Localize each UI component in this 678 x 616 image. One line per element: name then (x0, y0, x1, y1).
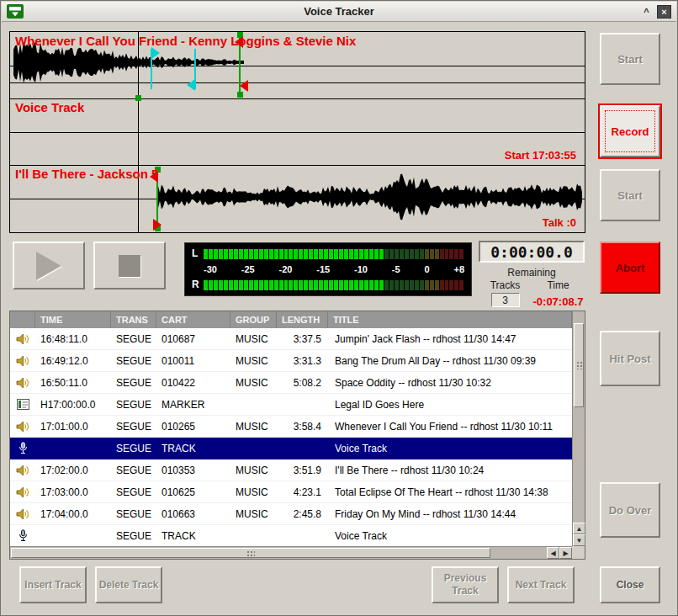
row-type-cell (10, 421, 35, 433)
log-list: TIME TRANS CART GROUP LENGTH TITLE 16:48… (9, 311, 585, 560)
horizontal-scrollbar-thumb[interactable] (11, 548, 490, 558)
row-group: MUSIC (230, 333, 277, 345)
hit-post-button[interactable]: Hit Post (600, 331, 660, 386)
table-row[interactable]: 17:03:00.0 SEGUE 010625 MUSIC 4:23.1 Tot… (10, 481, 572, 503)
header-group[interactable]: GROUP (230, 311, 277, 328)
horizontal-scrollbar[interactable]: ◀ ▶ (10, 546, 572, 559)
meter-scale-label: +8 (453, 264, 464, 275)
row-trans: SEGUE (111, 465, 156, 476)
meter-scale-label: -10 (354, 264, 368, 275)
row-trans: SEGUE (111, 486, 156, 498)
header-time[interactable]: TIME (35, 311, 111, 328)
stop-button[interactable] (93, 242, 166, 289)
scroll-up-icon[interactable]: ▲ (573, 523, 585, 534)
do-over-button[interactable]: Do Over (600, 482, 660, 538)
table-row[interactable]: 16:49:12.0 SEGUE 010011 MUSIC 3:31.3 Ban… (10, 350, 572, 372)
track-list-body: 16:48:11.0 SEGUE 010687 MUSIC 3:37.5 Jum… (10, 328, 572, 546)
marker-icon (17, 399, 29, 410)
window-title: Voice Tracker (2, 5, 676, 18)
vertical-scrollbar-thumb[interactable] (574, 323, 584, 407)
start-track1-button[interactable]: Start (600, 33, 660, 85)
row-type-cell (10, 508, 35, 520)
row-type-cell (10, 465, 35, 476)
row-time: 17:02:00.0 (35, 465, 111, 476)
row-title: Voice Track (328, 443, 572, 454)
header-cart[interactable]: CART (156, 311, 230, 328)
speaker-icon (16, 333, 30, 345)
remaining-tracks-label: Tracks (479, 279, 532, 291)
table-row[interactable]: SEGUE TRACK Voice Track (10, 438, 572, 459)
row-cart: 010663 (156, 508, 230, 520)
table-row[interactable]: 17:02:00.0 SEGUE 010353 MUSIC 3:51.9 I'l… (10, 459, 572, 481)
track2-start-time: Start 17:03:55 (505, 149, 576, 162)
record-button[interactable]: Record (600, 105, 660, 157)
vertical-scrollbar[interactable]: ▲ ▼ (572, 311, 585, 546)
header-title[interactable]: TITLE (328, 311, 572, 328)
row-cart: TRACK (156, 530, 230, 542)
abort-button[interactable]: Abort (600, 242, 660, 294)
scroll-down-icon[interactable]: ▼ (573, 534, 585, 546)
close-button[interactable]: Close (600, 566, 660, 603)
header-icon-col (10, 311, 35, 328)
meter-scale-label: -15 (316, 264, 330, 275)
row-type-cell (10, 442, 35, 454)
meter-right-segments (204, 280, 464, 290)
delete-track-button[interactable]: Delete Track (95, 566, 162, 603)
row-length: 4:23.1 (277, 486, 328, 498)
row-cart: 010625 (156, 486, 230, 498)
titlebar: Voice Tracker ^ × (2, 2, 676, 22)
row-time: H17:00:00.0 (35, 399, 111, 411)
row-cart: 010265 (156, 421, 230, 433)
row-trans: SEGUE (111, 399, 156, 411)
row-group: MUSIC (230, 355, 277, 367)
track2-title: Voice Track (15, 100, 84, 114)
next-track-button[interactable]: Next Track (507, 566, 575, 603)
row-type-cell (10, 355, 35, 367)
waveform-track3 (158, 174, 582, 220)
row-length: 3:58.4 (277, 421, 328, 433)
mic-icon (19, 529, 28, 542)
table-row[interactable]: SEGUE TRACK Voice Track (10, 525, 572, 546)
play-button[interactable] (13, 242, 85, 289)
scroll-left-icon[interactable]: ◀ (547, 547, 559, 559)
row-type-cell (10, 529, 35, 542)
row-length: 2:45.8 (277, 508, 328, 520)
start-track3-button[interactable]: Start (600, 169, 660, 221)
insert-track-button[interactable]: Insert Track (19, 566, 87, 603)
mic-icon (19, 442, 28, 454)
table-row[interactable]: 17:01:00.0 SEGUE 010265 MUSIC 3:58.4 Whe… (10, 416, 572, 438)
speaker-icon (16, 465, 30, 476)
table-row[interactable]: 17:04:00.0 SEGUE 010663 MUSIC 2:45.8 Fri… (10, 503, 572, 525)
row-title: Bang The Drum All Day -- rdhost 11/30 09… (328, 355, 572, 367)
meter-scale: -30 -25 -20 -15 -10 -5 0 +8 (204, 264, 464, 275)
row-group: MUSIC (230, 377, 277, 389)
row-title: I'll Be There -- rdhost 11/30 10:24 (328, 465, 572, 476)
meter-left-segments (204, 249, 464, 259)
row-time: 17:03:00.0 (35, 486, 111, 498)
speaker-icon (16, 486, 30, 498)
row-group: MUSIC (230, 508, 277, 520)
row-time: 17:04:00.0 (35, 508, 111, 520)
table-row[interactable]: H17:00:00.0 SEGUE MARKER Legal ID Goes H… (10, 394, 572, 416)
meter-scale-label: 0 (424, 264, 429, 275)
row-cart: TRACK (156, 443, 230, 454)
table-row[interactable]: 16:48:11.0 SEGUE 010687 MUSIC 3:37.5 Jum… (10, 328, 572, 350)
waveform-editor[interactable]: Whenever I Call You Friend - Kenny Loggi… (9, 31, 585, 233)
voice-tracker-window: Voice Tracker ^ × (0, 0, 678, 616)
meter-left-label: L (192, 248, 204, 259)
previous-track-button[interactable]: Previous Track (432, 566, 499, 603)
talk-markers (151, 47, 195, 91)
row-length: 5:08.2 (277, 377, 328, 389)
header-trans[interactable]: TRANS (111, 311, 156, 328)
scroll-right-icon[interactable]: ▶ (559, 547, 572, 559)
row-type-cell (10, 486, 35, 498)
table-row[interactable]: 16:50:11.0 SEGUE 010422 MUSIC 5:08.2 Spa… (10, 372, 572, 394)
row-cart: 010687 (156, 333, 230, 345)
row-title: Total Eclipse Of The Heart -- rdhost 11/… (328, 486, 572, 498)
shade-icon[interactable]: ^ (639, 5, 654, 19)
header-length[interactable]: LENGTH (277, 311, 328, 328)
play-icon (36, 252, 61, 280)
remaining-title: Remaining (479, 267, 585, 279)
close-icon[interactable]: × (657, 5, 671, 19)
waveform-canvas (10, 32, 585, 232)
